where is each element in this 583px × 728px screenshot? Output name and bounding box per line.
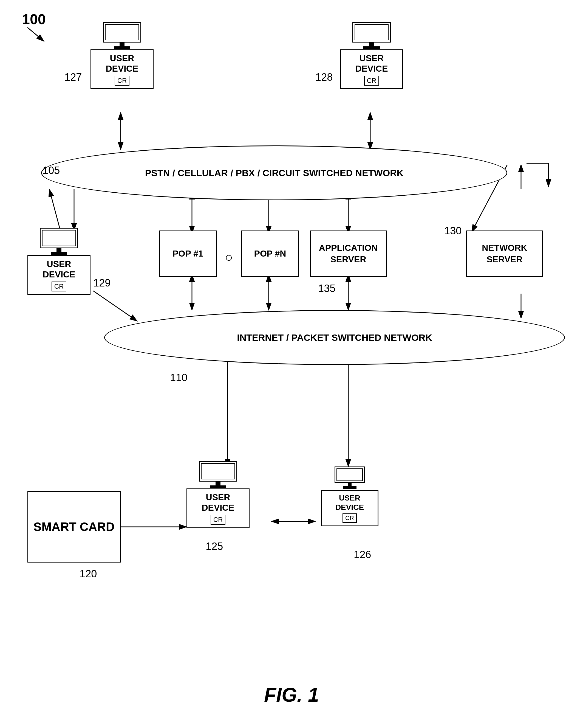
pop1-label: POP #1 [172,248,203,260]
popN-label: POP #N [254,248,286,260]
device-box-128: USER DEVICE CR [340,49,403,89]
monitor-icon-126 [335,467,365,490]
monitor-icon-125 [199,461,237,489]
network-server-label: NETWORK SERVER [467,242,542,265]
smart-card-label: SMART CARD [33,519,115,535]
internet-network: INTERNET / PACKET SWITCHED NETWORK [104,310,565,365]
figure-number: FIG. 1 [264,683,319,706]
cr-badge-125: CR [211,515,226,525]
internet-label: INTERNET / PACKET SWITCHED NETWORK [237,332,432,343]
user-device-127: USER DEVICE CR [90,22,154,89]
ref-110: 110 [170,372,187,384]
device-box-125: USER DEVICE CR [187,489,250,528]
cr-badge-127: CR [115,76,130,86]
ref-120: 120 [80,568,97,580]
app-server-label: APPLICATION SERVER [311,242,386,265]
ref-135: 135 [318,283,335,294]
ref-130: 130 [444,225,462,237]
ref-100-arrow [25,25,52,47]
svg-line-22 [27,27,44,41]
user-device-126: USER DEVICE CR [321,467,379,526]
monitor-icon-129 [40,228,78,255]
device-label-126: USER DEVICE [326,493,373,512]
user-device-129: USER DEVICE CR [27,228,90,295]
pop1-box: POP #1 [159,231,217,277]
network-server-box: NETWORK SERVER [466,231,543,277]
monitor-icon-128 [352,22,391,49]
svg-line-5 [49,189,60,231]
device-label-125: USER DEVICE [191,492,245,513]
device-label-128: USER DEVICE [345,53,398,74]
diagram: 100 USER DEVICE CR 127 [0,0,583,728]
pstn-label: PSTN / CELLULAR / PBX / CIRCUIT SWITCHED… [145,168,404,178]
cr-badge-126: CR [342,513,357,523]
ref-129: 129 [93,277,111,289]
smart-card-box: SMART CARD [27,491,121,563]
cr-badge-128: CR [364,76,379,86]
user-device-128: USER DEVICE CR [340,22,403,89]
ref-105: 105 [43,165,60,177]
ref-127: 127 [64,71,82,83]
ref-128: 128 [315,71,333,83]
cr-badge-129: CR [52,282,67,291]
device-box-126: USER DEVICE CR [321,490,379,526]
device-box-129: USER DEVICE CR [27,255,90,295]
monitor-icon-127 [103,22,141,49]
device-label-127: USER DEVICE [95,53,149,74]
device-label-129: USER DEVICE [32,259,86,280]
device-box-127: USER DEVICE CR [90,49,154,89]
ref-126: 126 [354,549,371,561]
user-device-125: USER DEVICE CR [187,461,250,528]
svg-line-15 [93,291,137,321]
app-server-box: APPLICATION SERVER [310,231,387,277]
popN-box: POP #N [241,231,299,277]
pstn-network: PSTN / CELLULAR / PBX / CIRCUIT SWITCHED… [41,146,507,200]
ref-125: 125 [206,541,223,552]
